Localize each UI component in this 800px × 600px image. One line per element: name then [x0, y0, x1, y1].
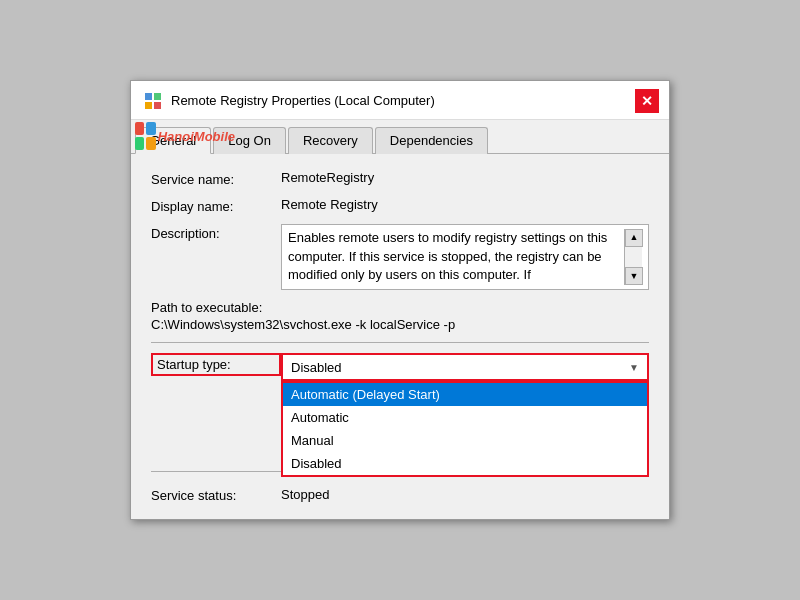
- svg-rect-0: [145, 93, 152, 100]
- svg-rect-1: [154, 93, 161, 100]
- startup-dropdown-wrap: Disabled ▼ Automatic (Delayed Start) Aut…: [281, 353, 649, 381]
- display-name-label: Display name:: [151, 197, 281, 214]
- svg-rect-3: [154, 102, 161, 109]
- service-name-value: RemoteRegistry: [281, 170, 649, 185]
- service-status-label: Service status:: [151, 486, 281, 503]
- scroll-up-arrow[interactable]: ▲: [625, 229, 643, 247]
- description-text: Enables remote users to modify registry …: [288, 229, 624, 286]
- description-row: Description: Enables remote users to mod…: [151, 224, 649, 291]
- close-button[interactable]: ✕: [635, 89, 659, 113]
- dialog-title: Remote Registry Properties (Local Comput…: [171, 93, 435, 108]
- service-name-row: Service name: RemoteRegistry: [151, 170, 649, 187]
- title-bar: Remote Registry Properties (Local Comput…: [131, 81, 669, 120]
- scroll-track: [625, 247, 642, 268]
- description-label: Description:: [151, 224, 281, 241]
- tabs-bar: HanoiMobile General Log On Recovery Depe…: [131, 120, 669, 154]
- divider-1: [151, 342, 649, 343]
- properties-dialog: Remote Registry Properties (Local Comput…: [130, 80, 670, 521]
- tab-dependencies[interactable]: Dependencies: [375, 127, 488, 154]
- svg-rect-2: [145, 102, 152, 109]
- dropdown-item-manual[interactable]: Manual: [283, 429, 647, 452]
- tab-logon[interactable]: Log On: [213, 127, 286, 154]
- description-scrollbar[interactable]: ▲ ▼: [624, 229, 642, 286]
- service-status-row: Service status: Stopped: [151, 486, 649, 503]
- title-bar-left: Remote Registry Properties (Local Comput…: [143, 91, 435, 111]
- service-icon: [143, 91, 163, 111]
- display-name-value: Remote Registry: [281, 197, 649, 212]
- dialog-content: Service name: RemoteRegistry Display nam…: [131, 154, 669, 520]
- path-label: Path to executable:: [151, 300, 649, 315]
- startup-type-row: Startup type: Disabled ▼ Automatic (Dela…: [151, 353, 649, 381]
- display-name-row: Display name: Remote Registry: [151, 197, 649, 214]
- startup-type-label: Startup type:: [151, 353, 281, 376]
- startup-type-current: Disabled: [291, 360, 342, 375]
- chevron-down-icon: ▼: [629, 362, 639, 373]
- scroll-down-arrow[interactable]: ▼: [625, 267, 643, 285]
- path-value: C:\Windows\system32\svchost.exe -k local…: [151, 317, 649, 332]
- path-section: Path to executable: C:\Windows\system32\…: [151, 300, 649, 332]
- service-status-value: Stopped: [281, 487, 649, 502]
- startup-type-select[interactable]: Disabled ▼: [281, 353, 649, 381]
- dropdown-item-auto-delayed[interactable]: Automatic (Delayed Start): [283, 383, 647, 406]
- startup-dropdown-list: Automatic (Delayed Start) Automatic Manu…: [281, 381, 649, 477]
- description-box: Enables remote users to modify registry …: [281, 224, 649, 291]
- dropdown-item-automatic[interactable]: Automatic: [283, 406, 647, 429]
- tab-general[interactable]: General: [135, 127, 211, 154]
- dropdown-item-disabled[interactable]: Disabled: [283, 452, 647, 475]
- tab-recovery[interactable]: Recovery: [288, 127, 373, 154]
- service-name-label: Service name:: [151, 170, 281, 187]
